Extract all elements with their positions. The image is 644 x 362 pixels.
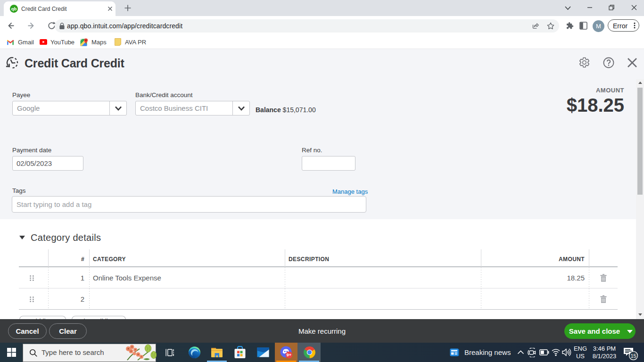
svg-text:9+: 9+	[287, 353, 291, 357]
svg-text:15: 15	[630, 353, 636, 359]
svg-text:qb: qb	[11, 6, 17, 11]
